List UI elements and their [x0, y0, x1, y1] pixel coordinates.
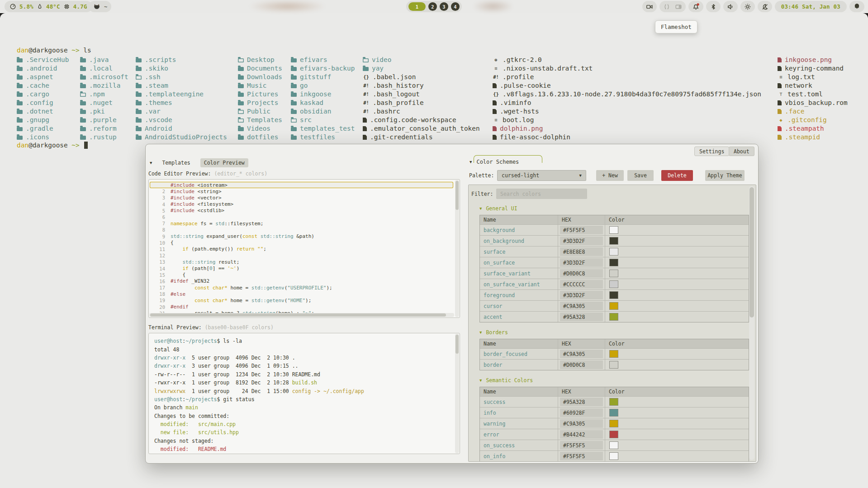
workspace-4[interactable]: 4: [451, 2, 460, 11]
hex-cell: #F5F5F5: [558, 440, 605, 450]
collapse-icon[interactable]: ▼: [479, 378, 482, 383]
color-swatch[interactable]: [609, 409, 618, 417]
file-name: .emulator_console_auth_token: [370, 124, 480, 133]
line-number: 17: [150, 285, 171, 290]
workspace-2[interactable]: 2: [428, 2, 437, 11]
color-swatch[interactable]: [609, 226, 618, 234]
color-swatch[interactable]: [609, 420, 618, 427]
hex-value[interactable]: #B44242: [560, 430, 603, 439]
color-row: foreground#3D3D2F: [480, 289, 749, 300]
hex-value[interactable]: #F5F5F5: [560, 441, 603, 450]
file-entry: .themes: [136, 99, 227, 107]
color-name: on_surface_variant: [480, 279, 558, 289]
settings-button[interactable]: Settings: [694, 147, 729, 156]
clock-widget[interactable]: 03:46 Sat, Jan 03: [775, 1, 847, 12]
system-stats-widget[interactable]: 5.8% 48°C 4.7G: [5, 1, 92, 12]
collapse-icon[interactable]: ▼: [479, 330, 482, 335]
delete-button[interactable]: Delete: [661, 170, 693, 181]
hex-value[interactable]: #3D3D2F: [560, 237, 603, 245]
hex-value[interactable]: #CCCCCC: [560, 280, 603, 289]
line-number: 20: [150, 304, 171, 310]
color-swatch[interactable]: [609, 398, 618, 406]
hex-value[interactable]: #C9A305: [560, 350, 603, 358]
filter-input[interactable]: [496, 189, 587, 199]
color-swatch[interactable]: [609, 280, 618, 288]
file-entry: yay: [363, 64, 480, 73]
color-swatch[interactable]: [609, 361, 618, 369]
collapse-icon[interactable]: ▼: [150, 161, 152, 165]
flameshot-tray-button[interactable]: [849, 1, 864, 12]
swatch-cell: [605, 349, 749, 359]
bluetooth-button[interactable]: [706, 1, 721, 12]
workspace-3[interactable]: 3: [440, 2, 448, 11]
code-horizontal-scrollbar[interactable]: [149, 313, 454, 317]
shell-prompt[interactable]: dan@darkgoose ~>: [17, 142, 88, 149]
scrollbar-thumb[interactable]: [150, 313, 446, 317]
file-name: network: [785, 81, 812, 90]
terminal-vertical-scrollbar[interactable]: [455, 334, 459, 453]
file-entry: testfiles: [291, 133, 355, 142]
color-swatch[interactable]: [609, 350, 618, 358]
hex-value[interactable]: #E8E8E8: [560, 247, 603, 256]
color-swatch[interactable]: [609, 270, 618, 277]
color-swatch[interactable]: [609, 441, 618, 449]
file-entry: obsidian: [291, 107, 355, 116]
save-button[interactable]: Save: [627, 170, 654, 181]
code-vertical-scrollbar[interactable]: [455, 180, 459, 317]
file-entry: .nuget: [80, 99, 128, 107]
hex-value[interactable]: #3D3D2F: [560, 291, 603, 299]
color-swatch[interactable]: [609, 302, 618, 310]
hex-value[interactable]: #C9A305: [560, 419, 603, 428]
code-text: #ifdef _WIN32: [171, 278, 209, 284]
collapse-icon[interactable]: ▼: [470, 160, 472, 164]
inactive-capture-widget[interactable]: [659, 1, 686, 12]
code-text: #endif: [171, 304, 189, 310]
new-palette-button[interactable]: + New: [596, 170, 624, 181]
hex-value[interactable]: #60928F: [560, 408, 603, 417]
scrollbar-thumb[interactable]: [749, 187, 754, 317]
apply-theme-label: Apply Theme: [707, 172, 742, 179]
color-swatch[interactable]: [609, 431, 618, 438]
apply-theme-button[interactable]: Apply Theme: [705, 170, 745, 181]
hex-value[interactable]: #95A328: [560, 313, 603, 321]
code-line: 3#include <vector>: [150, 194, 453, 201]
color-swatch[interactable]: [609, 452, 618, 460]
color-swatch[interactable]: [609, 291, 618, 299]
volume-button[interactable]: [723, 1, 738, 12]
scrollbar-thumb[interactable]: [455, 335, 459, 354]
notifications-button[interactable]: [688, 1, 703, 12]
brightness-button[interactable]: [740, 1, 755, 12]
palette-dropdown[interactable]: cursed-light ▼: [497, 170, 586, 181]
collapse-icon[interactable]: ▼: [479, 206, 482, 211]
terminal-line: new file: src/utils.hpp: [154, 428, 453, 436]
hex-value[interactable]: #F5F5F5: [560, 226, 603, 234]
code-text: {: [171, 272, 185, 278]
hex-value[interactable]: #F5F5F5: [560, 452, 603, 460]
scrollbar-thumb[interactable]: [455, 181, 459, 210]
file-entry: .mozilla: [80, 81, 128, 90]
palette-toolbar: Palette: cursed-light ▼ + New Save Delet…: [469, 170, 756, 181]
hex-value[interactable]: #C9A305: [560, 302, 603, 310]
file-entry: templates_test: [291, 124, 355, 133]
workspace-1[interactable]: 1: [408, 2, 426, 11]
color-swatch[interactable]: [609, 237, 618, 245]
file-icon: [493, 109, 497, 114]
tab-templates[interactable]: Templates: [158, 158, 194, 167]
hex-value[interactable]: #95A328: [560, 398, 603, 406]
terminal-line: modified: README.md: [154, 445, 453, 453]
color-swatch[interactable]: [609, 259, 618, 266]
file-entry: .pki: [80, 107, 128, 116]
terminal-launcher[interactable]: ~: [89, 1, 111, 12]
tab-color-preview[interactable]: Color Preview: [200, 158, 248, 167]
night-light-button[interactable]: [758, 1, 772, 12]
schemes-scrollbar[interactable]: [749, 186, 754, 460]
file-name: Documents: [247, 64, 282, 73]
hex-value[interactable]: #3D3D2F: [560, 258, 603, 267]
color-swatch[interactable]: [609, 313, 618, 321]
screen-record-button[interactable]: [642, 1, 657, 12]
hex-value[interactable]: #D0D0C8: [560, 269, 603, 278]
about-button[interactable]: About: [729, 147, 754, 156]
hex-value[interactable]: #D0D0C8: [560, 360, 603, 369]
color-swatch[interactable]: [609, 248, 618, 256]
terminal-preview-hint-text: (base00-base0F colors): [205, 324, 274, 331]
